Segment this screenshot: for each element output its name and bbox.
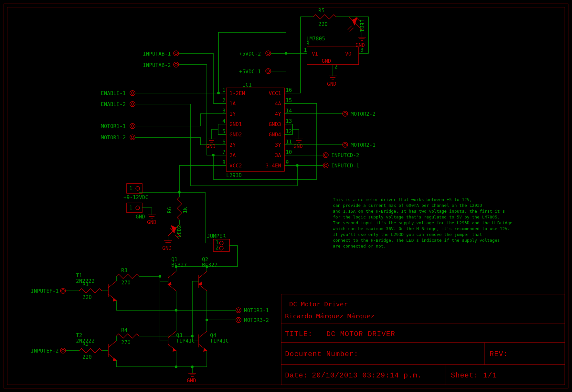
svg-point-22 bbox=[130, 101, 135, 107]
transistor-q4: Q4 TIP41C bbox=[199, 331, 229, 351]
svg-text:16: 16 bbox=[286, 87, 292, 93]
svg-text:L293D: L293D bbox=[226, 172, 242, 178]
svg-text:9: 9 bbox=[286, 159, 289, 165]
gnd-power: GND bbox=[147, 215, 156, 225]
transistor-q2: Q2 BC327 bbox=[199, 256, 217, 291]
svg-point-138 bbox=[237, 309, 240, 312]
svg-text:GND: GND bbox=[293, 143, 303, 149]
pad-5vdc1: +5VDC-1 bbox=[239, 69, 271, 75]
svg-text:2N2222: 2N2222 bbox=[76, 278, 95, 284]
svg-text:INPUTAB-2: INPUTAB-2 bbox=[143, 62, 171, 68]
svg-text:INPUTCD-1: INPUTCD-1 bbox=[331, 163, 359, 169]
svg-text:1/1: 1/1 bbox=[483, 372, 497, 380]
power-connector: 1 +9-12VDC 1 GND bbox=[123, 184, 148, 220]
svg-text:Document Number:: Document Number: bbox=[285, 350, 358, 358]
svg-point-18 bbox=[130, 90, 135, 96]
pad-motor31: MOTOR3-1 bbox=[236, 307, 269, 313]
svg-text:The second input it's the supp: The second input it's the supply voltage… bbox=[333, 220, 513, 225]
pad-inputab2: INPUTAB-2 bbox=[143, 62, 179, 68]
svg-text:15: 15 bbox=[286, 97, 292, 103]
resistor-r3: R3 270 bbox=[116, 267, 139, 286]
gnd-ic-right: GND bbox=[293, 139, 303, 149]
svg-text:INPUTEF-2: INPUTEF-2 bbox=[31, 348, 59, 354]
svg-point-9 bbox=[266, 69, 271, 74]
svg-point-102 bbox=[60, 288, 66, 293]
svg-point-29 bbox=[131, 136, 134, 139]
svg-text:GND: GND bbox=[136, 214, 145, 220]
gnd-ic-left: GND bbox=[206, 139, 216, 149]
svg-text:270: 270 bbox=[121, 280, 131, 286]
svg-text:GND: GND bbox=[327, 81, 336, 87]
svg-text:IC1: IC1 bbox=[242, 82, 252, 88]
svg-point-28 bbox=[130, 135, 135, 140]
svg-text:R6: R6 bbox=[166, 207, 173, 213]
svg-text:3-4EN: 3-4EN bbox=[266, 163, 281, 169]
svg-text:5: 5 bbox=[222, 128, 226, 134]
svg-text:INPUTAB-1: INPUTAB-1 bbox=[143, 51, 171, 57]
svg-point-140 bbox=[236, 317, 241, 323]
svg-text:2: 2 bbox=[216, 245, 219, 251]
svg-text:6: 6 bbox=[222, 139, 226, 145]
svg-text:+5VDC-1: +5VDC-1 bbox=[239, 69, 261, 75]
svg-text:GND1: GND1 bbox=[229, 121, 242, 127]
transistor-t2: T2 2N2222 bbox=[76, 332, 116, 361]
pad-inputab1: INPUTAB-1 bbox=[143, 51, 179, 57]
svg-text:BC327: BC327 bbox=[202, 262, 217, 268]
svg-text:connect to the H-Bridge. The L: connect to the H-Bridge. The LED's indic… bbox=[333, 238, 500, 243]
gnd-led1: GND bbox=[355, 37, 366, 48]
svg-text:1: 1 bbox=[222, 87, 226, 93]
svg-text:2A: 2A bbox=[229, 152, 236, 158]
svg-text:4A: 4A bbox=[275, 101, 281, 107]
resistor-r5: R5 220 bbox=[313, 7, 336, 27]
pad-motor12: MOTOR1-2 bbox=[101, 134, 135, 141]
svg-point-6 bbox=[266, 51, 271, 56]
svg-point-16 bbox=[175, 63, 177, 66]
svg-point-70 bbox=[344, 112, 346, 115]
svg-point-72 bbox=[343, 142, 348, 147]
svg-point-75 bbox=[323, 153, 328, 158]
svg-text:2: 2 bbox=[334, 64, 338, 70]
svg-point-98 bbox=[219, 246, 223, 250]
svg-text:MOTOR3-2: MOTOR3-2 bbox=[244, 317, 269, 323]
svg-point-26 bbox=[131, 125, 134, 127]
svg-text:1k: 1k bbox=[182, 207, 188, 213]
svg-text:1Y: 1Y bbox=[229, 111, 236, 117]
svg-text:MOTOR3-1: MOTOR3-1 bbox=[244, 307, 269, 313]
svg-text:BC327: BC327 bbox=[171, 262, 187, 268]
gnd-led2: GND bbox=[162, 241, 172, 251]
resistor-r4: R4 270 bbox=[116, 327, 139, 345]
transistor-t1: T1 2N2222 bbox=[76, 272, 116, 301]
svg-text:3: 3 bbox=[222, 108, 226, 114]
pad-inputef2: INPUTEF-2 bbox=[31, 348, 66, 354]
svg-point-88 bbox=[136, 206, 140, 210]
svg-point-84 bbox=[136, 186, 140, 190]
led1: LED1 bbox=[348, 17, 365, 32]
ic1-l293d: IC1 L293D 1-2EN 1A 1Y GND1 GND2 2Y 2A VC… bbox=[222, 82, 292, 178]
svg-text:1: 1 bbox=[129, 205, 132, 211]
svg-point-118 bbox=[60, 348, 66, 353]
svg-text:270: 270 bbox=[121, 339, 131, 345]
svg-text:4Y: 4Y bbox=[275, 111, 281, 117]
svg-text:are connected or not.: are connected or not. bbox=[333, 244, 386, 249]
svg-point-73 bbox=[344, 143, 346, 146]
pad-inputcd2: INPUTCD-2 bbox=[323, 152, 359, 158]
gnd-reg: GND bbox=[327, 76, 337, 87]
svg-point-7 bbox=[267, 52, 270, 55]
svg-point-13 bbox=[175, 52, 177, 55]
svg-text:3A: 3A bbox=[275, 152, 281, 158]
svg-text:1-2EN: 1-2EN bbox=[229, 90, 245, 96]
svg-text:MOTOR1-2: MOTOR1-2 bbox=[101, 134, 126, 141]
svg-text:can provide a current max of 6: can provide a current max of 600mA per c… bbox=[333, 203, 482, 208]
svg-text:GND: GND bbox=[206, 143, 216, 149]
svg-text:13: 13 bbox=[286, 118, 292, 124]
svg-text:Ricardo Márquez Márquez: Ricardo Márquez Márquez bbox=[285, 312, 375, 320]
svg-text:which can be maximum 36V. On t: which can be maximum 36V. On the H-Bridg… bbox=[333, 226, 510, 231]
svg-text:R4: R4 bbox=[121, 327, 127, 333]
svg-text:GND: GND bbox=[162, 245, 172, 251]
svg-text:DC MOTOR DRIVER: DC MOTOR DRIVER bbox=[326, 330, 395, 338]
svg-text:20/10/2013 03:29:14 p.m.: 20/10/2013 03:29:14 p.m. bbox=[312, 372, 422, 380]
svg-text:DC Motor Driver: DC Motor Driver bbox=[289, 300, 348, 308]
svg-text:TIP41C: TIP41C bbox=[210, 338, 229, 344]
svg-text:This is a dc motor driver that: This is a dc motor driver that works bet… bbox=[333, 197, 472, 202]
reg-vo: VO bbox=[345, 51, 351, 57]
